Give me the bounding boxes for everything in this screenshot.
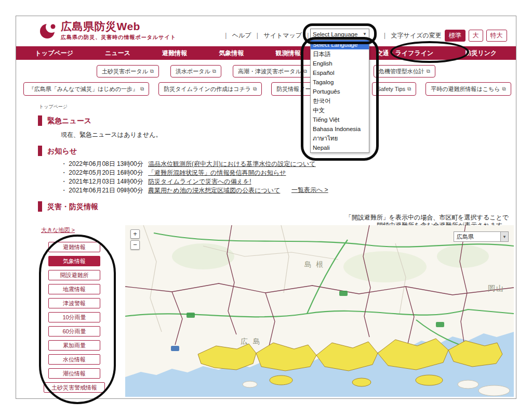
large-map-link[interactable]: 大きな地図 > xyxy=(41,226,75,234)
portal-button-label: 土砂災害ポータル xyxy=(102,68,148,75)
portal-button[interactable]: 土砂災害ポータル ⧉ xyxy=(97,65,159,77)
language-option[interactable]: Bahasa Indonesia xyxy=(311,124,369,134)
portal-button-label: 高潮・津波災害ポータル xyxy=(238,68,301,75)
external-link-icon: ⧉ xyxy=(140,86,144,92)
language-option[interactable]: Español xyxy=(311,68,369,77)
layer-button[interactable]: 潮位情報 xyxy=(48,368,100,379)
notice-date: 2022年05月20日 16時00分 xyxy=(69,169,143,176)
font-size-label: 文字サイズの変更 xyxy=(391,31,442,40)
banner-button-label: 防災タイムラインの作成はコチラ xyxy=(164,85,251,93)
banner-button-label: Safety Tips xyxy=(377,86,405,92)
external-link-icon: ⧉ xyxy=(212,68,216,74)
portal-button[interactable]: 危機管理型水位計 ⧉ xyxy=(374,65,435,77)
nav-item[interactable]: 防災リンク xyxy=(465,49,497,58)
map-canvas[interactable]: 島根 広島 岡山 + − 広島県 ▼ xyxy=(125,225,514,397)
nav-item[interactable]: 交通・ライフライン xyxy=(377,49,434,58)
language-option[interactable]: 中文 xyxy=(311,106,369,115)
sitemap-link[interactable]: サイトマップ xyxy=(263,31,302,40)
layer-button[interactable]: 累加雨量 xyxy=(48,340,100,351)
portal-button[interactable]: 洪水ポータル ⧉ xyxy=(170,65,221,77)
language-option[interactable]: Tiếng Việt xyxy=(311,115,369,124)
notice-item: 2022年06月08日 13時00分 温品水位観測所(府中大川)における基準水位… xyxy=(61,160,516,169)
map-graphic: 島根 広島 岡山 xyxy=(125,225,514,397)
layer-button[interactable]: 地震情報 xyxy=(48,284,100,294)
nav-item[interactable]: 避難情報 xyxy=(162,49,187,58)
site-title: 広島県防災Web xyxy=(61,20,176,33)
external-link-icon: ⧉ xyxy=(150,68,154,74)
layer-button[interactable]: 開設避難所 xyxy=(48,270,100,280)
external-link-icon: ⧉ xyxy=(303,68,307,74)
shelter-note-line1: 「開設避難所」を表示中の場合、市区町を選択することで xyxy=(16,214,509,222)
layer-button[interactable]: 60分雨量 xyxy=(48,326,100,337)
notice-link[interactable]: 防災タイムラインで災害への備えを! xyxy=(148,178,251,185)
nav-item[interactable]: 気象情報 xyxy=(219,49,244,58)
emergency-news-section: 緊急ニュース 現在、緊急ニュースはありません。 xyxy=(16,115,516,139)
notice-item: 2021年12月03日 14時00分 防災タイムラインで災害への備えを! xyxy=(61,177,516,186)
map-label-hiroshima: 広島 xyxy=(241,337,265,345)
divider: ｜ xyxy=(255,31,261,40)
notices-section: お知らせ 2022年06月08日 13時00分 温品水位観測所(府中大川)におけ… xyxy=(16,146,516,195)
zoom-in-button[interactable]: + xyxy=(130,229,140,239)
portal-button[interactable]: 高潮・津波災害ポータル ⧉ xyxy=(233,65,312,77)
chevron-down-icon: ▼ xyxy=(363,32,367,36)
external-link-icon: ⧉ xyxy=(253,86,257,92)
divider: ｜ xyxy=(223,31,229,40)
notice-item: 2022年05月20日 16時00分 「避難所混雑状況等」の情報発信再開のお知ら… xyxy=(61,169,516,177)
language-select[interactable]: Select Language ▼ Select Language日本語Engl… xyxy=(310,29,369,40)
layer-button[interactable]: 水位情報 xyxy=(48,354,100,365)
banner-button[interactable]: 防災タイムラインの作成はコチラ ⧉ xyxy=(158,82,262,96)
notices-title: お知らせ xyxy=(38,146,516,156)
layer-button[interactable]: 気象情報 xyxy=(48,256,100,266)
layer-button[interactable]: 津波警報 xyxy=(48,298,100,308)
banner-links-row: 『広島県「みんなで減災」はじめの一歩』 ⧉ 防災タイムラインの作成はコチラ ⧉ … xyxy=(16,82,516,96)
prefecture-select-value: 広島県 xyxy=(457,233,474,241)
crescent-logo-icon xyxy=(39,20,58,42)
notice-date: 2021年06月21日 09時00分 xyxy=(69,187,143,194)
notice-link[interactable]: 「避難所混雑状況等」の情報発信再開のお知らせ xyxy=(148,169,286,176)
language-option[interactable]: Select Language xyxy=(311,40,369,49)
notices-list: 2022年06月08日 13時00分 温品水位観測所(府中大川)における基準水位… xyxy=(61,160,516,195)
language-option[interactable]: 한국어 xyxy=(311,96,369,106)
divider: ｜ xyxy=(382,31,388,40)
portal-links-row: 土砂災害ポータル ⧉ 洪水ポータル ⧉ 高潮・津波災害ポータル ⧉ 危機管理型水… xyxy=(16,65,516,77)
external-link-icon: ⧉ xyxy=(427,68,430,74)
help-link[interactable]: ヘルプ xyxy=(232,31,251,40)
banner-button[interactable]: Safety Tips ⧉ xyxy=(372,82,417,96)
notice-item: 2021年06月21日 09時00分 農業用ため池の浸水想定区域図の公表について xyxy=(61,186,516,195)
emergency-news-empty-message: 現在、緊急ニュースはありません。 xyxy=(61,131,516,139)
map-layer-buttons: 避難情報気象情報開設避難所地震情報津波警報10分雨量60分雨量累加雨量水位情報潮… xyxy=(48,242,111,396)
banner-button[interactable]: 『広島県「みんなで減災」はじめの一歩』 ⧉ xyxy=(23,82,149,96)
language-option[interactable]: English xyxy=(311,59,369,68)
breadcrumb[interactable]: トップページ xyxy=(39,104,516,110)
language-option[interactable]: ภาษาไทย xyxy=(311,134,369,143)
external-link-icon: ⧉ xyxy=(407,86,411,92)
zoom-out-button[interactable]: − xyxy=(130,240,140,250)
nav-item[interactable]: ニュース xyxy=(105,49,130,58)
font-size-standard-button[interactable]: 標準 xyxy=(445,30,466,42)
language-option[interactable]: Nepali xyxy=(311,143,369,152)
notices-list-link[interactable]: 一覧表示へ > xyxy=(291,186,328,195)
site-logo[interactable]: 広島県防災Web 広島県の防災、災害時の情報ポータルサイト xyxy=(39,20,176,42)
font-size-large-button[interactable]: 大 xyxy=(469,30,483,42)
layer-button[interactable]: 土砂災害警戒情報 xyxy=(44,382,105,393)
language-option[interactable]: Tagalog xyxy=(311,77,369,87)
emergency-news-title: 緊急ニュース xyxy=(38,115,516,126)
portal-button-label: 危機管理型水位計 xyxy=(379,68,424,75)
banner-button[interactable]: 平時の避難所情報はこちら ⧉ xyxy=(425,82,511,96)
prefecture-select[interactable]: 広島県 ▼ xyxy=(454,231,509,242)
layer-button[interactable]: 避難情報 xyxy=(48,242,100,252)
banner-button-label: 『広島県「みんなで減災」はじめの一歩』 xyxy=(29,85,138,93)
main-nav: トップページニュース避難情報気象情報観測情報津波交通・ライフライン防災リンク xyxy=(16,46,516,60)
disaster-info-title: 災害・防災情報 xyxy=(38,201,516,212)
notice-link[interactable]: 農業用ため池の浸水想定区域図の公表について xyxy=(148,187,280,194)
map-label-okayama: 岡山 xyxy=(488,284,504,292)
notice-link[interactable]: 温品水位観測所(府中大川)における基準水位の設定について xyxy=(148,160,316,167)
nav-item[interactable]: トップページ xyxy=(35,49,73,58)
nav-item[interactable]: 観測情報 xyxy=(275,49,300,58)
language-option[interactable]: Português xyxy=(311,87,369,96)
font-size-xlarge-button[interactable]: 特大 xyxy=(486,30,507,42)
banner-button-label: 平時の避難所情報はこちら xyxy=(431,85,500,93)
layer-button[interactable]: 10分雨量 xyxy=(48,312,100,322)
site-subtitle: 広島県の防災、災害時の情報ポータルサイト xyxy=(61,34,176,41)
language-option[interactable]: 日本語 xyxy=(311,49,369,59)
